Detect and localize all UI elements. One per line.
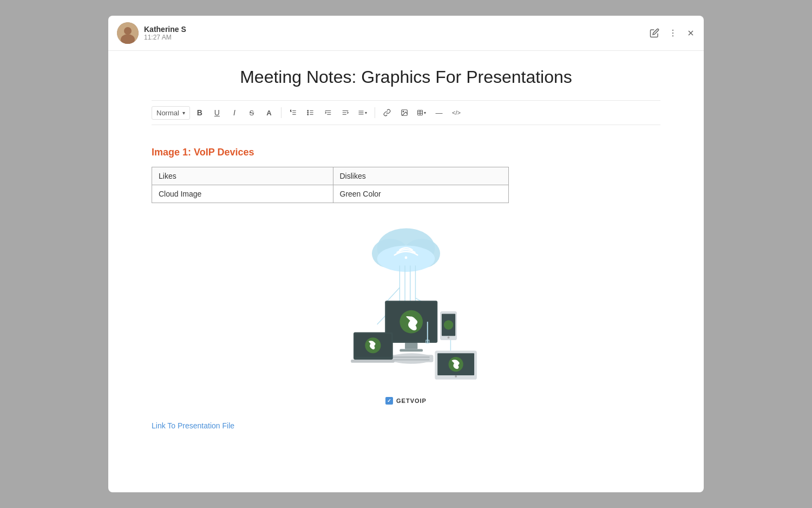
brand-name: GETVOIP: [396, 398, 427, 404]
heading-prefix: Image 1:: [152, 147, 194, 158]
user-name: Katherine S: [144, 25, 186, 34]
table-row: Likes Dislikes: [152, 167, 509, 185]
font-color-button[interactable]: A: [261, 105, 277, 120]
brand-logo: [385, 397, 393, 405]
italic-button[interactable]: I: [227, 105, 242, 120]
svg-point-16: [307, 112, 309, 113]
table-cell-dislikes-header: Dislikes: [333, 167, 509, 185]
document-body: Meeting Notes: Graphics For Presentation…: [108, 51, 704, 492]
formatting-toolbar: Normal ▾ B U I S A 1: [152, 100, 660, 125]
header-left: Katherine S 11:27 AM: [117, 22, 186, 44]
likes-dislikes-table: Likes Dislikes Cloud Image Green Color: [152, 167, 509, 203]
edit-icon[interactable]: [650, 28, 659, 38]
svg-rect-52: [393, 356, 430, 358]
ordered-list-button[interactable]: 1: [286, 105, 301, 120]
hr-button[interactable]: —: [431, 105, 447, 120]
content-area: Image 1: VoIP Devices Likes Dislikes Clo…: [152, 141, 660, 436]
separator-1: [281, 107, 281, 118]
voip-illustration: [319, 219, 493, 393]
svg-point-5: [672, 35, 673, 36]
modal-overlay: Katherine S 11:27 AM: [0, 0, 812, 508]
strikethrough-button[interactable]: S: [244, 105, 259, 120]
link-button[interactable]: [379, 105, 395, 120]
svg-point-3: [672, 30, 673, 31]
avatar-image: [117, 22, 139, 44]
svg-rect-51: [390, 355, 434, 362]
document-modal: Katherine S 11:27 AM: [108, 16, 704, 492]
svg-point-65: [455, 375, 457, 377]
document-title: Meeting Notes: Graphics For Presentation…: [152, 67, 660, 87]
table-cell-likes-header: Likes: [152, 167, 333, 185]
presentation-link[interactable]: Link To Presentation File: [152, 421, 234, 430]
svg-point-4: [672, 32, 673, 34]
svg-point-1: [124, 27, 132, 35]
style-dropdown[interactable]: Normal ▾: [152, 106, 190, 120]
svg-point-17: [307, 114, 309, 115]
heading-colored: VoIP Devices: [194, 147, 254, 158]
svg-point-60: [444, 320, 453, 329]
align-button[interactable]: ▾: [355, 105, 370, 120]
svg-rect-66: [427, 322, 428, 343]
section-heading: Image 1: VoIP Devices: [152, 147, 660, 158]
table-row: Cloud Image Green Color: [152, 185, 509, 203]
underline-button[interactable]: U: [209, 105, 225, 120]
svg-point-28: [403, 111, 404, 112]
separator-2: [375, 107, 375, 118]
table-insert-button[interactable]: ▾: [414, 105, 429, 120]
table-cell-cloud-image: Cloud Image: [152, 185, 333, 203]
avatar: [117, 22, 139, 44]
indent-right-button[interactable]: [338, 105, 353, 120]
dropdown-chevron: ▾: [182, 110, 185, 116]
svg-text:1: 1: [290, 110, 291, 112]
user-info: Katherine S 11:27 AM: [144, 25, 186, 41]
svg-point-61: [448, 336, 450, 338]
code-button[interactable]: </>: [449, 105, 464, 120]
header-actions: [650, 28, 695, 38]
bold-button[interactable]: B: [192, 105, 207, 120]
close-icon[interactable]: [686, 29, 695, 37]
svg-rect-49: [400, 349, 423, 352]
svg-rect-48: [405, 343, 417, 349]
svg-rect-53: [393, 359, 430, 361]
voip-illustration-container: GETVOIP: [152, 219, 660, 405]
indent-left-button[interactable]: [320, 105, 336, 120]
svg-rect-57: [351, 360, 394, 363]
image-insert-button[interactable]: [397, 105, 412, 120]
unordered-list-button[interactable]: [303, 105, 318, 120]
more-options-icon[interactable]: [668, 28, 678, 38]
modal-header: Katherine S 11:27 AM: [108, 16, 704, 51]
user-time: 11:27 AM: [144, 34, 186, 41]
style-label: Normal: [156, 109, 179, 117]
table-cell-green-color: Green Color: [333, 185, 509, 203]
brand-label: GETVOIP: [385, 397, 427, 405]
svg-point-37: [405, 256, 408, 259]
svg-point-15: [307, 110, 309, 112]
